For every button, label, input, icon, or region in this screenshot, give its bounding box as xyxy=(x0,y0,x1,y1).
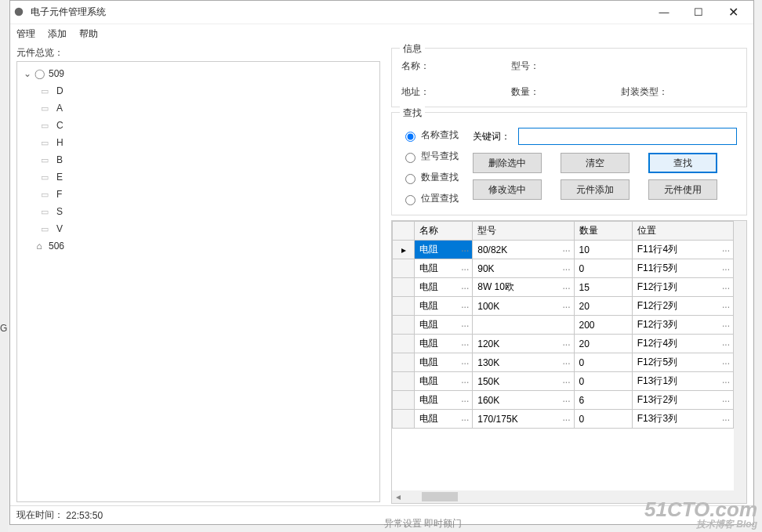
cell-qty[interactable]: 15 xyxy=(574,278,632,297)
row-header[interactable] xyxy=(393,297,415,316)
radio-by-qty[interactable]: 数量查找 xyxy=(401,171,459,184)
radio-by-loc[interactable]: 位置查找 xyxy=(401,192,459,205)
table-row[interactable]: 电阻...170/175K...0F13行3列... xyxy=(393,410,734,429)
table-row[interactable]: 电阻...90K...0F11行5列... xyxy=(393,259,734,278)
row-header[interactable] xyxy=(393,259,415,278)
cell-qty[interactable]: 0 xyxy=(574,259,632,278)
cell-model[interactable] xyxy=(473,316,574,335)
vertical-scrollbar[interactable] xyxy=(734,221,746,503)
col-loc[interactable]: 位置 xyxy=(632,222,733,241)
file-icon: ▭ xyxy=(41,121,53,131)
component-use-button[interactable]: 元件使用 xyxy=(648,179,717,200)
row-header[interactable] xyxy=(393,353,415,372)
horizontal-scrollbar[interactable]: ◂ xyxy=(392,490,734,503)
tree-item-V[interactable]: ▭V xyxy=(19,220,378,237)
modify-selected-button[interactable]: 修改选中 xyxy=(473,179,542,200)
cell-model[interactable]: 80/82K... xyxy=(473,241,574,259)
tree-item-C[interactable]: ▭C xyxy=(19,117,378,134)
cell-model[interactable]: 90K... xyxy=(473,259,574,278)
col-model[interactable]: 型号 xyxy=(473,222,574,241)
cell-name[interactable]: 电阻... xyxy=(415,335,473,353)
file-icon: ▭ xyxy=(41,103,53,114)
cell-loc[interactable]: F13行2列... xyxy=(632,391,733,410)
tree-root-509[interactable]: ⌄ ◯ 509 xyxy=(19,65,378,82)
close-button[interactable]: ✕ xyxy=(716,2,750,24)
row-header[interactable]: ▸ xyxy=(393,241,415,259)
tree-item-B[interactable]: ▭B xyxy=(19,151,378,168)
row-header[interactable] xyxy=(393,335,415,353)
cell-name[interactable]: 电阻... xyxy=(415,410,473,429)
clear-button[interactable]: 清空 xyxy=(561,153,630,173)
file-icon: ▭ xyxy=(41,172,53,183)
cell-model[interactable]: 160K... xyxy=(473,391,574,410)
cell-loc[interactable]: F12行1列... xyxy=(632,278,733,297)
keyword-input[interactable] xyxy=(518,128,737,145)
maximize-button[interactable]: ☐ xyxy=(681,2,716,24)
row-header[interactable] xyxy=(393,316,415,335)
cell-model[interactable]: 150K... xyxy=(473,372,574,391)
tree-item-S[interactable]: ▭S xyxy=(19,203,378,220)
tree-item-F[interactable]: ▭F xyxy=(19,186,378,203)
cell-name[interactable]: 电阻... xyxy=(415,391,473,410)
minimize-button[interactable]: — xyxy=(647,2,681,24)
cell-loc[interactable]: F12行5列... xyxy=(632,353,733,372)
delete-selected-button[interactable]: 删除选中 xyxy=(473,153,542,173)
tree-item-H[interactable]: ▭H xyxy=(19,134,378,151)
cell-name[interactable]: 电阻... xyxy=(415,316,473,335)
cell-model[interactable]: 170/175K... xyxy=(473,410,574,429)
cell-qty[interactable]: 20 xyxy=(574,335,632,353)
menu-manage[interactable]: 管理 xyxy=(16,27,35,41)
search-button[interactable]: 查找 xyxy=(648,153,717,173)
cell-qty[interactable]: 200 xyxy=(574,316,632,335)
tree-item-E[interactable]: ▭E xyxy=(19,168,378,186)
cell-model[interactable]: 100K... xyxy=(473,297,574,316)
cell-name[interactable]: 电阻... xyxy=(415,278,473,297)
table-row[interactable]: 电阻...120K...20F12行4列... xyxy=(393,335,734,353)
table-row[interactable]: 电阻...100K...20F12行2列... xyxy=(393,297,734,316)
row-header[interactable] xyxy=(393,372,415,391)
cell-name[interactable]: 电阻... xyxy=(415,297,473,316)
radio-by-name[interactable]: 名称查找 xyxy=(401,128,459,142)
menu-add[interactable]: 添加 xyxy=(48,27,67,41)
cell-loc[interactable]: F12行4列... xyxy=(632,335,733,353)
cell-qty[interactable]: 20 xyxy=(574,297,632,316)
cell-loc[interactable]: F11行5列... xyxy=(632,259,733,278)
row-header[interactable] xyxy=(393,391,415,410)
cell-qty[interactable]: 0 xyxy=(574,410,632,429)
col-qty[interactable]: 数量 xyxy=(574,222,632,241)
cell-name[interactable]: 电阻... xyxy=(415,353,473,372)
table-row[interactable]: 电阻...160K...6F13行2列... xyxy=(393,391,734,410)
cell-name[interactable]: 电阻... xyxy=(415,259,473,278)
menu-help[interactable]: 帮助 xyxy=(79,27,98,41)
cell-loc[interactable]: F13行1列... xyxy=(632,372,733,391)
cell-loc[interactable]: F12行2列... xyxy=(632,297,733,316)
cell-model[interactable]: 8W 10欧... xyxy=(473,278,574,297)
cell-loc[interactable]: F11行4列... xyxy=(632,241,733,259)
col-name[interactable]: 名称 xyxy=(415,222,473,241)
cell-name[interactable]: 电阻... xyxy=(415,241,473,259)
row-header[interactable] xyxy=(393,278,415,297)
tree-item-D[interactable]: ▭D xyxy=(19,82,378,100)
tree-view[interactable]: ⌄ ◯ 509 ▭D▭A▭C▭H▭B▭E▭F▭S▭V ⌂ 506 xyxy=(16,61,380,502)
cell-model[interactable]: 120K... xyxy=(473,335,574,353)
cell-qty[interactable]: 6 xyxy=(574,391,632,410)
data-grid[interactable]: 名称 型号 数量 位置 ▸电阻...80/82K...10F11行4列...电阻… xyxy=(391,220,747,504)
table-row[interactable]: ▸电阻...80/82K...10F11行4列... xyxy=(393,241,734,259)
tree-sibling-506[interactable]: ⌂ 506 xyxy=(19,237,378,255)
cell-qty[interactable]: 10 xyxy=(574,241,632,259)
table-row[interactable]: 电阻...130K...0F12行5列... xyxy=(393,353,734,372)
radio-by-model[interactable]: 型号查找 xyxy=(401,150,459,163)
cell-model[interactable]: 130K... xyxy=(473,353,574,372)
cell-loc[interactable]: F13行3列... xyxy=(632,410,733,429)
row-header[interactable] xyxy=(393,410,415,429)
grid-header-row: 名称 型号 数量 位置 xyxy=(393,222,734,241)
component-add-button[interactable]: 元件添加 xyxy=(561,179,630,200)
table-row[interactable]: 电阻...8W 10欧...15F12行1列... xyxy=(393,278,734,297)
cell-name[interactable]: 电阻... xyxy=(415,372,473,391)
tree-item-A[interactable]: ▭A xyxy=(19,100,378,117)
table-row[interactable]: 电阻...150K...0F13行1列... xyxy=(393,372,734,391)
cell-qty[interactable]: 0 xyxy=(574,372,632,391)
table-row[interactable]: 电阻...200F12行3列... xyxy=(393,316,734,335)
cell-loc[interactable]: F12行3列... xyxy=(632,316,733,335)
cell-qty[interactable]: 0 xyxy=(574,353,632,372)
